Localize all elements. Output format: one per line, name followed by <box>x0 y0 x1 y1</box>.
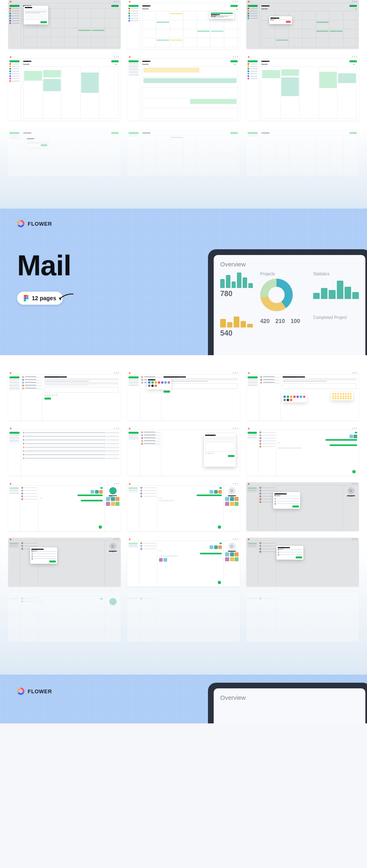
calendar-week-view-1[interactable]: Calendar September <box>8 55 121 121</box>
calendar-delete-confirm-screenshot[interactable]: Calendar September Deleting Event <box>246 0 359 49</box>
mail-reader-screenshot[interactable]: Creative Director Resume <box>8 371 121 420</box>
label-color-popover[interactable] <box>282 394 307 402</box>
new-event-modal[interactable]: New Event <box>24 6 48 24</box>
chat-gallery-screenshot[interactable]: D #Designers <box>127 538 240 587</box>
calendar-reflect-1 <box>8 127 121 176</box>
mail-inbox-list-screenshot[interactable] <box>8 427 121 476</box>
mail-hero: FLOWER Mail 12 pages Overview 780 Projec… <box>0 209 367 355</box>
arrow-icon <box>58 292 74 302</box>
device-mockup: Overview 780 Projects Statistics <box>208 249 367 355</box>
flower-logo-icon <box>17 220 24 227</box>
delete-button[interactable] <box>286 21 291 23</box>
chat-invite-variant-2[interactable]: D #Designers Invite New Members <box>8 538 121 587</box>
calendar-thumbnails: Calendar New Event <box>0 0 367 209</box>
mail-chat-screenshot[interactable] <box>246 427 359 476</box>
mail-new-message-screenshot[interactable]: New Message <box>127 427 240 476</box>
invite-members-modal[interactable]: Invite New Members <box>276 546 303 560</box>
delete-event-modal[interactable]: Deleting Event <box>269 16 292 24</box>
calendar-week-view-2[interactable]: Calendar September <box>127 55 240 121</box>
compose-fab[interactable] <box>352 470 356 473</box>
calendar-new-event-modal-screenshot[interactable]: Calendar New Event <box>8 0 121 49</box>
chat-invite-members-screenshot[interactable]: D #Designers Invite New Members <box>246 482 359 531</box>
mail-emoji-screenshot[interactable]: Creative Director Resume <box>246 371 359 420</box>
reply-button[interactable] <box>44 398 51 400</box>
flower-logo-icon <box>17 688 24 695</box>
compose-button[interactable] <box>9 376 20 378</box>
calendar-reflect-3 <box>246 127 359 176</box>
invite-members-modal[interactable]: Invite New Members <box>30 547 57 564</box>
calendar-week-view-3[interactable]: Calendar September <box>246 55 359 121</box>
mail-reflect-3 <box>246 593 359 642</box>
mail-subject: Creative Director Resume <box>44 376 67 378</box>
mail-thumbnails: Creative Director Resume Creative Direct… <box>0 355 367 675</box>
calendar-reflect-2 <box>127 127 240 176</box>
chat-profile-emoji-screenshot[interactable]: Olivia Wilson <box>8 482 121 531</box>
chat-group-letter-avatar-screenshot[interactable]: D #Designers <box>127 482 240 531</box>
event-tooltip[interactable]: Call Back Priscilla <box>210 11 234 19</box>
calendar-event-tooltip-screenshot[interactable]: Calendar September Call Back Priscilla <box>127 0 240 49</box>
figma-icon <box>24 295 29 301</box>
new-label-popover[interactable]: New Label <box>147 378 171 389</box>
save-button[interactable] <box>40 21 47 23</box>
section-title: Mail <box>17 249 71 282</box>
chat-invite-variant-3[interactable]: Invite New Members <box>246 538 359 587</box>
brand: FLOWER <box>17 220 52 227</box>
mail-reflect-2 <box>127 593 240 642</box>
invite-members-modal[interactable]: Invite New Members <box>273 492 300 509</box>
mail-reflect-1 <box>8 593 121 642</box>
new-message-modal[interactable]: New Message <box>204 433 236 467</box>
emoji-picker[interactable] <box>331 392 353 400</box>
next-section-hero: FLOWER Overview <box>0 675 367 723</box>
mail-new-label-screenshot[interactable]: Creative Director Resume New Label <box>127 371 240 420</box>
pages-badge: 12 pages <box>17 292 63 305</box>
